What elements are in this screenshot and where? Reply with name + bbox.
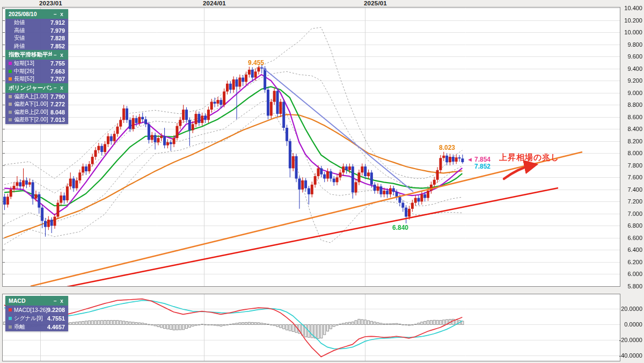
- macd-chart-area[interactable]: [2, 294, 620, 361]
- series-color-icon: [9, 103, 12, 106]
- indicator-label: 高値: [14, 27, 50, 34]
- indicator-row: シグナル[9]4.7551: [5, 314, 68, 323]
- panel-title: ボリンジャーバンド: [9, 84, 52, 92]
- price-axis-label: 6.400: [618, 246, 642, 253]
- indicator-row: 中期[26]7.663: [5, 68, 68, 76]
- date-axis-label: 2023/01: [39, 0, 62, 7]
- indicator-row: 短期[13]7.755: [5, 60, 68, 68]
- main-chart-canvas[interactable]: [3, 8, 620, 286]
- panel-minimize-button[interactable]: −: [52, 52, 58, 58]
- indicator-label: 偏差A上[1.00]: [14, 93, 50, 100]
- indicator-row: 偏差B下[2.00]7.013: [5, 116, 68, 124]
- price-axis-label: 7.400: [618, 186, 642, 193]
- macd-axis-label: 20.0000: [618, 305, 642, 313]
- swing-low-label: 6.840: [392, 224, 408, 231]
- panel-title: 2025/08/10: [9, 11, 52, 17]
- indicator-label: シグナル[9]: [14, 315, 47, 322]
- series-color-icon: [9, 77, 12, 81]
- macd-chart-canvas[interactable]: [3, 294, 620, 361]
- price-axis-label: 6.800: [618, 222, 642, 229]
- price-axis-label: 6.000: [618, 270, 642, 278]
- price-axis-label: 8.400: [618, 125, 642, 133]
- indicator-label: 偏差B上[2.00]: [14, 108, 50, 116]
- panel-header[interactable]: MACD−x: [5, 296, 68, 306]
- panel-minimize-button[interactable]: −: [52, 85, 58, 91]
- panel-header[interactable]: 指数平滑移動平均−x: [5, 50, 68, 60]
- last-price-label: 7.852: [474, 163, 491, 170]
- indicator-row: 偏差B上[2.00]8.048: [5, 108, 68, 117]
- indicator-label: 長期[52]: [14, 75, 50, 83]
- main-chart-area[interactable]: [2, 7, 620, 287]
- series-color-icon: [9, 317, 12, 320]
- price-axis-label: 8.000: [618, 149, 642, 157]
- series-color-icon: [9, 95, 12, 98]
- price-axis-label: 7.600: [618, 173, 642, 181]
- price-axis-label: 8.200: [618, 137, 642, 145]
- panel-header[interactable]: 2025/08/10−x: [5, 9, 68, 19]
- indicator-value: 9.2208: [47, 307, 65, 313]
- price-axis-label: 8.600: [618, 113, 642, 121]
- panel-close-button[interactable]: x: [58, 52, 65, 58]
- indicator-label: 偏差A下[1.00]: [14, 100, 50, 108]
- macd-info-panel[interactable]: MACD−xMACD[13-26]9.2208シグナル[9]4.7551乖離4.…: [5, 296, 68, 331]
- indicator-label: 中期[26]: [14, 68, 50, 75]
- price-axis-label: 9.400: [618, 65, 642, 72]
- indicator-label: 始値: [14, 19, 50, 26]
- panel-header[interactable]: ボリンジャーバンド−x: [5, 83, 68, 93]
- indicator-row: 安値7.828: [5, 34, 68, 42]
- indicator-label: 終値: [14, 42, 50, 50]
- panel-title: MACD: [9, 297, 52, 304]
- price-axis-label: 9.000: [618, 89, 642, 97]
- price-axis-label: 9.600: [618, 53, 642, 60]
- series-color-icon: [9, 29, 12, 32]
- indicator-row: 長期[52]7.707: [5, 75, 68, 83]
- date-axis-label: 2024/01: [203, 0, 226, 7]
- macd-axis-label: -40.0000: [618, 352, 642, 359]
- panel-minimize-button[interactable]: −: [52, 298, 58, 304]
- series-color-icon: [9, 62, 12, 65]
- indicator-value: 7.663: [50, 68, 65, 75]
- indicator-value: 7.790: [50, 93, 65, 100]
- price-axis-label: 7.800: [618, 162, 642, 169]
- price-axis-label: 7.000: [618, 210, 642, 217]
- recent-high-label: 8.023: [439, 144, 455, 151]
- indicator-info-panel[interactable]: 2025/08/10−x始値7.912高値7.979安値7.828終値7.852…: [5, 9, 68, 124]
- series-color-icon: [9, 111, 12, 114]
- series-color-icon: [9, 45, 12, 48]
- indicator-value: 7.272: [50, 101, 65, 107]
- indicator-label: 乖離: [14, 323, 47, 331]
- date-axis-label: 2025/01: [364, 0, 387, 7]
- indicator-row: 始値7.912: [5, 19, 68, 27]
- series-color-icon: [9, 325, 12, 329]
- price-axis-label: 9.800: [618, 41, 642, 48]
- indicator-value: 8.048: [50, 109, 65, 115]
- indicator-row: 偏差A上[1.00]7.790: [5, 93, 68, 101]
- peak-price-label: 9.455: [248, 59, 264, 67]
- series-color-icon: [9, 308, 12, 311]
- price-marker-icon: ◀: [468, 157, 472, 162]
- panel-minimize-button[interactable]: −: [52, 11, 58, 17]
- price-axis-label: 8.800: [618, 101, 642, 108]
- indicator-value: 7.013: [50, 117, 65, 123]
- price-axis-label: 7.200: [618, 198, 642, 205]
- indicator-row: 偏差A下[1.00]7.272: [5, 100, 68, 108]
- price-axis-label: 10.400: [618, 4, 642, 12]
- series-color-icon: [9, 118, 12, 121]
- indicator-value: 4.4657: [47, 324, 65, 330]
- price-axis-label: 10.200: [618, 17, 642, 24]
- panel-close-button[interactable]: x: [58, 85, 65, 91]
- indicator-value: 4.7551: [47, 315, 65, 322]
- indicator-row: 終値7.852: [5, 42, 68, 50]
- indicator-value: 7.912: [50, 19, 65, 26]
- panel-close-button[interactable]: x: [58, 298, 65, 304]
- price-axis-label: 5.800: [618, 282, 642, 290]
- trend-arrow-icon: [499, 160, 541, 183]
- series-color-icon: [9, 70, 12, 73]
- indicator-value: 7.852: [50, 43, 65, 49]
- panel-title: 指数平滑移動平均: [9, 51, 52, 59]
- indicator-label: MACD[13-26]: [14, 307, 47, 313]
- bid-price-label: 7.854: [474, 156, 491, 163]
- indicator-label: 安値: [14, 34, 50, 42]
- indicator-label: 短期[13]: [14, 60, 50, 67]
- panel-close-button[interactable]: x: [58, 11, 65, 17]
